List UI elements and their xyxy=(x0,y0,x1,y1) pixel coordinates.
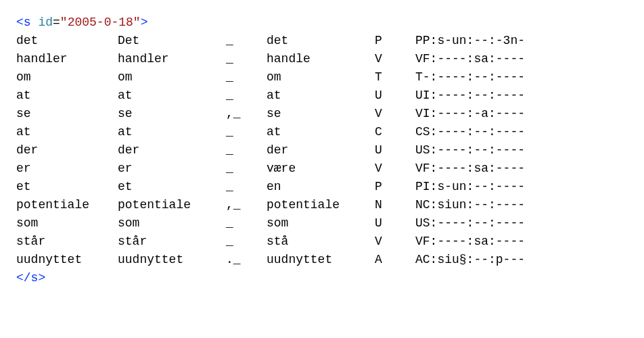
token-col-2: uudnyttet xyxy=(118,251,226,269)
token-col-5: N xyxy=(375,196,415,214)
token-row: uudnyttetuudnyttet._uudnyttetAAC:siu§:--… xyxy=(16,251,628,269)
token-col-1: der xyxy=(16,141,118,160)
token-col-5: P xyxy=(375,32,415,50)
token-col-5: P xyxy=(375,178,415,196)
token-rows: detDet_detPPP:s-un:--:-3n-handlerhandler… xyxy=(16,32,628,269)
token-col-5: V xyxy=(375,105,415,123)
token-col-1: at xyxy=(16,123,118,141)
token-col-2: står xyxy=(118,233,226,251)
token-col-6: US:----:--:---- xyxy=(415,214,525,233)
token-row: handlerhandler_handleVVF:----:sa:---- xyxy=(16,50,628,68)
token-col-5: V xyxy=(375,233,415,251)
token-col-4: se xyxy=(267,105,375,123)
token-col-4: stå xyxy=(267,233,375,251)
token-col-6: VI:----:-a:---- xyxy=(415,105,525,123)
token-row: potentialepotentiale,_potentialeNNC:siun… xyxy=(16,196,628,214)
token-col-3: _ xyxy=(226,32,267,50)
token-col-4: være xyxy=(267,160,375,178)
token-row: detDet_detPPP:s-un:--:-3n- xyxy=(16,32,628,50)
token-col-2: Det xyxy=(118,32,226,50)
token-col-6: VF:----:sa:---- xyxy=(415,50,525,68)
token-col-1: at xyxy=(16,87,118,105)
tag-open-close-bracket: > xyxy=(141,16,148,29)
token-row: derder_derUUS:----:--:---- xyxy=(16,141,628,160)
token-col-4: handle xyxy=(267,50,375,68)
sentence-open-tag: <s id="2005-0-18"> xyxy=(16,14,628,32)
token-col-6: UI:----:--:---- xyxy=(415,87,525,105)
token-col-2: at xyxy=(118,123,226,141)
token-col-4: om xyxy=(267,68,375,87)
attr-eq: = xyxy=(53,16,60,29)
token-row: atat_atCCS:----:--:---- xyxy=(16,123,628,141)
token-col-1: er xyxy=(16,160,118,178)
token-col-2: at xyxy=(118,87,226,105)
token-col-4: som xyxy=(267,214,375,233)
token-col-3: ._ xyxy=(226,251,267,269)
token-col-6: PP:s-un:--:-3n- xyxy=(415,32,525,50)
token-col-5: V xyxy=(375,160,415,178)
token-col-4: potentiale xyxy=(267,196,375,214)
token-col-3: _ xyxy=(226,50,267,68)
token-col-2: handler xyxy=(118,50,226,68)
tag-open-bracket: <s xyxy=(16,16,31,29)
token-col-3: ,_ xyxy=(226,196,267,214)
token-col-4: der xyxy=(267,141,375,160)
token-col-3: _ xyxy=(226,68,267,87)
token-row: sese,_seVVI:----:-a:---- xyxy=(16,105,628,123)
token-col-2: er xyxy=(118,160,226,178)
token-col-6: CS:----:--:---- xyxy=(415,123,525,141)
token-row: stårstår_ståVVF:----:sa:---- xyxy=(16,233,628,251)
token-col-1: det xyxy=(16,32,118,50)
token-col-4: at xyxy=(267,87,375,105)
token-col-5: U xyxy=(375,141,415,160)
token-col-3: _ xyxy=(226,214,267,233)
token-col-3: _ xyxy=(226,141,267,160)
token-col-6: AC:siu§:--:p--- xyxy=(415,251,525,269)
token-col-6: NC:siun:--:---- xyxy=(415,196,525,214)
token-col-3: ,_ xyxy=(226,105,267,123)
sentence-close-tag: </s> xyxy=(16,269,628,287)
token-col-2: om xyxy=(118,68,226,87)
token-col-2: potentiale xyxy=(118,196,226,214)
token-col-2: der xyxy=(118,141,226,160)
attr-id-name: id xyxy=(38,16,53,29)
token-col-6: PI:s-un:--:---- xyxy=(415,178,525,196)
token-col-6: VF:----:sa:---- xyxy=(415,233,525,251)
token-col-2: se xyxy=(118,105,226,123)
token-col-1: som xyxy=(16,214,118,233)
attr-id-value: "2005-0-18" xyxy=(60,16,141,29)
token-col-3: _ xyxy=(226,160,267,178)
token-col-6: US:----:--:---- xyxy=(415,141,525,160)
token-col-4: uudnyttet xyxy=(267,251,375,269)
token-col-4: det xyxy=(267,32,375,50)
token-col-5: A xyxy=(375,251,415,269)
token-col-5: C xyxy=(375,123,415,141)
token-col-1: et xyxy=(16,178,118,196)
token-col-2: et xyxy=(118,178,226,196)
token-col-1: handler xyxy=(16,50,118,68)
token-col-1: se xyxy=(16,105,118,123)
token-row: etet_enPPI:s-un:--:---- xyxy=(16,178,628,196)
token-col-5: U xyxy=(375,214,415,233)
token-col-1: uudnyttet xyxy=(16,251,118,269)
token-col-3: _ xyxy=(226,178,267,196)
token-col-5: T xyxy=(375,68,415,87)
token-col-6: T-:----:--:---- xyxy=(415,68,525,87)
token-col-5: V xyxy=(375,50,415,68)
token-col-4: en xyxy=(267,178,375,196)
token-row: omom_omTT-:----:--:---- xyxy=(16,68,628,87)
token-col-5: U xyxy=(375,87,415,105)
token-col-1: potentiale xyxy=(16,196,118,214)
token-col-4: at xyxy=(267,123,375,141)
token-col-6: VF:----:sa:---- xyxy=(415,160,525,178)
token-row: somsom_somUUS:----:--:---- xyxy=(16,214,628,233)
token-row: erer_væreVVF:----:sa:---- xyxy=(16,160,628,178)
token-col-2: som xyxy=(118,214,226,233)
token-col-1: om xyxy=(16,68,118,87)
token-col-3: _ xyxy=(226,123,267,141)
tag-close: </s> xyxy=(16,271,45,285)
token-row: atat_atUUI:----:--:---- xyxy=(16,87,628,105)
token-col-3: _ xyxy=(226,233,267,251)
token-col-1: står xyxy=(16,233,118,251)
token-col-3: _ xyxy=(226,87,267,105)
